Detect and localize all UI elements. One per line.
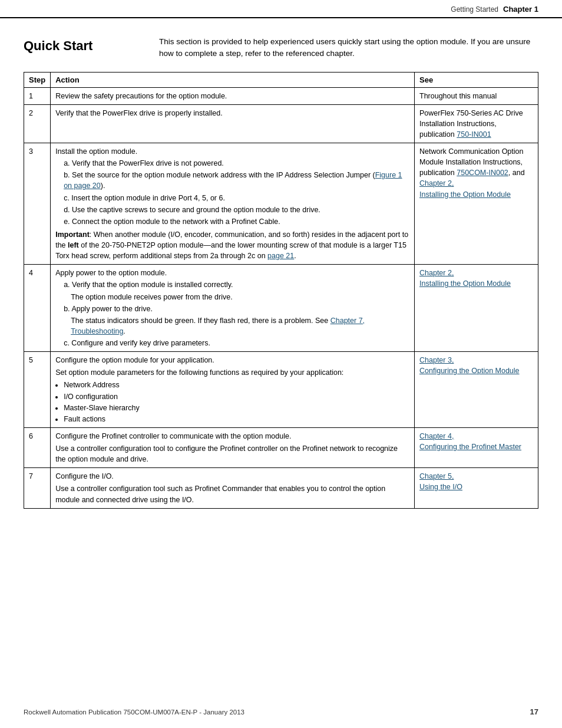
action-cell: Install the option module. a. Verify tha…	[51, 143, 415, 265]
action-detail: Use a controller configuration tool such…	[55, 483, 409, 505]
action-cell: Review the safety precautions for the op…	[51, 87, 415, 104]
table-row: 5 Configure the option module for your a…	[24, 352, 538, 428]
list-item: I/O configuration	[64, 391, 409, 402]
page-header: Getting Started Chapter 1	[0, 0, 562, 18]
page-footer: Rockwell Automation Publication 750COM-U…	[0, 707, 562, 716]
header-section: Getting Started	[451, 5, 498, 14]
col-header-action: Action	[51, 72, 415, 87]
see-cell: Chapter 4,Configuring the Profinet Maste…	[415, 427, 538, 467]
table-row: 2 Verify that the PowerFlex drive is pro…	[24, 104, 538, 143]
step-number: 2	[24, 104, 51, 143]
action-indent: The option module receives power from th…	[55, 292, 409, 302]
step-number: 3	[24, 143, 51, 265]
action-sub-c: c. Configure and verify key drive parame…	[55, 338, 409, 348]
table-row: 3 Install the option module. a. Verify t…	[24, 143, 538, 265]
action-detail: Set option module parameters for the fol…	[55, 367, 409, 378]
step-number: 6	[24, 427, 51, 467]
action-sub-e: e. Connect the option module to the netw…	[55, 216, 409, 227]
table-row: 6 Configure the Profinet controller to c…	[24, 427, 538, 467]
see-cell: PowerFlex 750-Series AC Drive Installati…	[415, 104, 538, 143]
step-number: 5	[24, 352, 51, 428]
main-content: Quick Start This section is provided to …	[0, 18, 562, 532]
see-cell: Chapter 2,Installing the Option Module	[415, 265, 538, 352]
action-sub-d: d. Use the captive screws to secure and …	[55, 205, 409, 215]
bullet-list: Network Address I/O configuration Master…	[64, 380, 409, 424]
action-sub-b: b. Set the source for the option module …	[55, 170, 409, 191]
action-sub-a: a. Verify that the PowerFlex drive is no…	[55, 158, 409, 169]
step-number: 7	[24, 468, 51, 508]
action-detail: Use a controller configuration tool to c…	[55, 443, 409, 465]
step-number: 1	[24, 87, 51, 104]
action-indent: The status indicators should be green. I…	[55, 315, 409, 337]
page-container: Getting Started Chapter 1 Quick Start Th…	[0, 0, 562, 728]
link-chapter5[interactable]: Chapter 5,Using the I/O	[419, 472, 462, 491]
list-item: Network Address	[64, 380, 409, 390]
action-sub-b: b. Apply power to the drive.	[55, 304, 409, 314]
action-cell: Configure the option module for your app…	[51, 352, 415, 428]
link-figure1[interactable]: Figure 1 on page 20	[64, 171, 402, 190]
see-cell: Chapter 5,Using the I/O	[415, 468, 538, 508]
link-chapter4[interactable]: Chapter 4,Configuring the Profinet Maste…	[419, 432, 521, 451]
col-header-step: Step	[24, 72, 51, 87]
table-row: 4 Apply power to the option module. a. V…	[24, 265, 538, 352]
link-page21[interactable]: page 21	[267, 252, 294, 260]
header-chapter: Chapter 1	[503, 5, 538, 14]
footer-page: 17	[530, 707, 538, 716]
action-cell: Apply power to the option module. a. Ver…	[51, 265, 415, 352]
action-important: Important: When another module (I/O, enc…	[55, 229, 409, 261]
action-cell: Configure the I/O. Use a controller conf…	[51, 468, 415, 508]
link-750-in001[interactable]: 750-IN001	[457, 130, 491, 139]
list-item: Fault actions	[64, 414, 409, 424]
link-750com-in002[interactable]: 750COM-IN002	[457, 169, 508, 177]
quick-start-title: Quick Start	[24, 36, 141, 60]
step-number: 4	[24, 265, 51, 352]
see-cell: Throughout this manual	[415, 87, 538, 104]
quick-start-table: Step Action See 1 Review the safety prec…	[24, 72, 538, 509]
table-row: 1 Review the safety precautions for the …	[24, 87, 538, 104]
footer-publication: Rockwell Automation Publication 750COM-U…	[24, 709, 244, 716]
action-cell: Verify that the PowerFlex drive is prope…	[51, 104, 415, 143]
table-row: 7 Configure the I/O. Use a controller co…	[24, 468, 538, 508]
quick-start-intro: This section is provided to help experie…	[159, 36, 538, 60]
link-chapter2-install2[interactable]: Chapter 2,Installing the Option Module	[419, 269, 511, 288]
quick-start-header: Quick Start This section is provided to …	[24, 36, 538, 60]
link-chapter7[interactable]: Chapter 7,Troubleshooting	[71, 317, 365, 335]
col-header-see: See	[415, 72, 538, 87]
see-cell: Network Communication Option Module Inst…	[415, 143, 538, 265]
link-chapter2-install[interactable]: Chapter 2,Installing the Option Module	[419, 179, 511, 198]
list-item: Master-Slave hierarchy	[64, 403, 409, 413]
action-sub-c: c. Insert the option module in drive Por…	[55, 193, 409, 203]
action-cell: Configure the Profinet controller to com…	[51, 427, 415, 467]
see-cell: Chapter 3,Configuring the Option Module	[415, 352, 538, 428]
action-sub-a: a. Verify that the option module is inst…	[55, 279, 409, 290]
link-chapter3[interactable]: Chapter 3,Configuring the Option Module	[419, 356, 520, 375]
